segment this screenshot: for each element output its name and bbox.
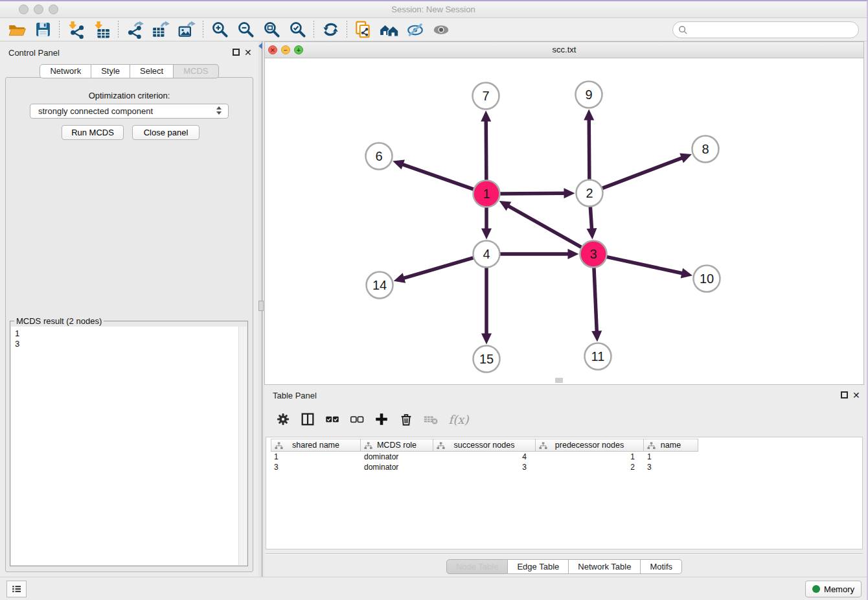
select-all-columns-button[interactable] [321, 409, 343, 430]
save-session-button[interactable] [30, 19, 56, 40]
table-cell[interactable]: 3 [433, 462, 536, 472]
column-type-icon [647, 442, 656, 450]
hide-details-button[interactable] [402, 19, 428, 40]
application-window: Session: New Session [0, 0, 868, 600]
column-header-shared-name[interactable]: shared name [271, 439, 361, 452]
edge-3-11[interactable] [594, 266, 597, 332]
table-cell[interactable]: 3 [271, 462, 361, 472]
column-type-icon [364, 442, 372, 450]
edge-arrowhead [591, 330, 602, 341]
column-header-mcds-role[interactable]: MCDS role [361, 439, 433, 452]
table-cell[interactable]: 3 [644, 462, 698, 472]
table-tabs-divider [266, 553, 863, 555]
deselect-all-columns-button[interactable] [346, 409, 368, 430]
import-table-button[interactable] [89, 19, 115, 40]
column-type-icon [539, 442, 547, 450]
splitter-collapse-icon[interactable] [258, 43, 262, 49]
edge-3-1[interactable] [508, 205, 582, 248]
home-button[interactable] [376, 19, 402, 40]
export-image-button[interactable] [174, 19, 200, 40]
split-panel-button[interactable] [297, 409, 319, 430]
table-row[interactable]: 3dominator323 [271, 462, 862, 472]
tab-edge-table[interactable]: Edge Table [508, 559, 569, 574]
edge-4-14[interactable] [403, 257, 474, 278]
table-cell[interactable]: 1 [536, 452, 644, 462]
mcds-result-line: 3 [15, 339, 243, 349]
search-box[interactable] [672, 21, 859, 38]
tab-style[interactable]: Style [91, 64, 130, 78]
table-cell[interactable]: dominator [361, 452, 433, 462]
export-network-button[interactable] [122, 19, 148, 40]
plus-icon [374, 411, 389, 427]
column-header-name[interactable]: name [644, 439, 698, 452]
node-table[interactable]: shared name MCDS role successor nodes pr… [266, 437, 863, 549]
zoom-out-icon [237, 21, 255, 38]
table-cell[interactable]: 4 [433, 452, 536, 462]
tab-node-table[interactable]: Node Table [446, 559, 508, 574]
control-panel: Control Panel ✕ NetworkStyleSelectMCDS O… [0, 41, 258, 577]
import-network-button[interactable] [63, 19, 89, 40]
edge-2-9[interactable] [589, 119, 589, 180]
toolbar-separator [347, 21, 347, 39]
table-cell[interactable]: 1 [271, 452, 361, 462]
edge-3-10[interactable] [606, 257, 683, 273]
table-cell[interactable]: 1 [644, 452, 698, 462]
gear-icon [275, 411, 291, 427]
panel-splitter[interactable] [258, 41, 264, 577]
float-panel-icon[interactable] [233, 49, 240, 56]
column-header-predecessor-nodes[interactable]: predecessor nodes [536, 439, 644, 452]
zoom-selected-button[interactable] [284, 19, 310, 40]
zoom-fit-button[interactable] [258, 19, 284, 40]
open-session-button[interactable] [4, 19, 30, 40]
refresh-layout-button[interactable] [317, 19, 343, 40]
close-table-panel-icon[interactable]: ✕ [852, 390, 860, 400]
column-type-icon [275, 442, 283, 450]
column-settings-button[interactable] [272, 409, 294, 430]
network-canvas[interactable]: 1234678910111415 [265, 58, 863, 384]
clone-network-icon [354, 20, 373, 40]
search-input[interactable] [688, 25, 858, 36]
column-header-successor-nodes[interactable]: successor nodes [433, 439, 536, 452]
graph-node-label: 6 [375, 149, 382, 163]
edge-1-2[interactable] [499, 193, 565, 194]
edge-arrowhead [568, 249, 579, 259]
table-cell[interactable]: 2 [536, 462, 644, 472]
memory-button[interactable]: Memory [805, 581, 862, 597]
toolbar-separator [118, 21, 119, 39]
delete-table-button[interactable] [420, 409, 442, 430]
edge-2-3[interactable] [590, 205, 591, 229]
tab-motifs[interactable]: Motifs [641, 559, 682, 574]
tab-network-table[interactable]: Network Table [569, 559, 641, 574]
result-scrollbar[interactable] [238, 327, 247, 565]
table-cell[interactable]: dominator [361, 462, 433, 472]
close-panel-icon[interactable]: ✕ [244, 47, 252, 58]
graph-node-label: 9 [585, 87, 592, 102]
network-graph[interactable]: 1234678910111415 [265, 58, 863, 384]
delete-row-button[interactable] [395, 409, 417, 430]
edge-1-7[interactable] [486, 120, 486, 181]
table-row[interactable]: 1dominator411 [271, 452, 862, 462]
export-table-button[interactable] [148, 19, 174, 40]
criterion-dropdown[interactable]: strongly connected component [30, 104, 229, 119]
edge-arrowhead [587, 228, 597, 239]
show-details-button[interactable] [428, 19, 454, 40]
clone-network-button[interactable] [350, 19, 376, 40]
run-mcds-button[interactable]: Run MCDS [62, 125, 124, 140]
edge-arrowhead [564, 188, 575, 198]
tab-network[interactable]: Network [40, 64, 91, 78]
close-panel-button[interactable]: Close panel [132, 125, 200, 140]
zoom-in-button[interactable] [207, 19, 233, 40]
zoom-out-button[interactable] [233, 19, 258, 40]
canvas-grip[interactable] [555, 378, 563, 383]
tab-select[interactable]: Select [130, 64, 174, 78]
apply-function-button[interactable]: f(x) [444, 409, 473, 430]
edge-1-6[interactable] [402, 164, 474, 189]
network-titlebar: ✕ − + scc.txt [265, 42, 863, 58]
splitter-grip[interactable] [258, 301, 264, 311]
float-table-panel-icon[interactable] [841, 391, 848, 398]
tab-mcds[interactable]: MCDS [174, 64, 218, 78]
status-bar: Memory [0, 577, 867, 600]
add-row-button[interactable] [371, 409, 393, 430]
edge-2-8[interactable] [601, 157, 683, 189]
task-history-button[interactable] [6, 581, 27, 597]
